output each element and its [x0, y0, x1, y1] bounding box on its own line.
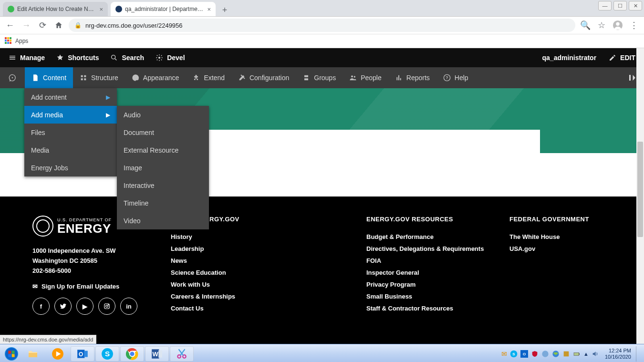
edit-button[interactable]: EDIT — [603, 48, 641, 67]
footer-link[interactable]: Science Education — [171, 269, 347, 276]
admin-menu-groups[interactable]: Groups — [296, 67, 343, 88]
scrollbar-thumb[interactable] — [637, 142, 643, 237]
devel-button[interactable]: Devel — [150, 48, 190, 67]
email-signup-link[interactable]: ✉ Sign Up for Email Updates — [32, 283, 152, 290]
address-bar[interactable]: 🔒 nrg-dev.cms.doe.gov/user/2249956 — [69, 19, 575, 32]
facebook-icon[interactable]: f — [32, 298, 50, 315]
system-clock[interactable]: 12:24 PM 10/16/2020 — [605, 348, 631, 360]
media-type-document[interactable]: Document — [117, 124, 209, 141]
submenu-files[interactable]: Files — [24, 124, 117, 141]
minimize-button[interactable]: — — [598, 1, 612, 10]
admin-menu-content[interactable]: Content — [25, 67, 73, 88]
footer-link[interactable]: FOIA — [366, 257, 490, 264]
tray-skype-icon[interactable]: S — [510, 350, 518, 358]
media-type-external-resource[interactable]: External Resource — [117, 141, 209, 159]
taskbar-chrome[interactable] — [120, 346, 144, 362]
admin-menu-help[interactable]: ? Help — [436, 67, 475, 88]
svg-point-6 — [351, 75, 353, 77]
media-type-video[interactable]: Video — [117, 212, 209, 229]
footer-link[interactable]: Leadership — [171, 245, 347, 252]
footer-link[interactable]: USA.gov — [509, 245, 589, 252]
submenu-add-content[interactable]: Add content ▶ — [24, 88, 117, 106]
taskbar-outlook[interactable]: O — [71, 346, 94, 362]
apps-icon[interactable] — [5, 37, 12, 45]
footer-address-2: Washington DC 20585 — [32, 257, 152, 264]
shortcuts-button[interactable]: Shortcuts — [51, 48, 104, 67]
footer-link[interactable]: Budget & Performance — [366, 233, 490, 240]
footer-link[interactable]: Staff & Contractor Resources — [366, 305, 490, 312]
footer-link[interactable]: Privacy Program — [366, 281, 490, 288]
bookmark-star-icon[interactable]: ☆ — [595, 19, 608, 31]
apps-label[interactable]: Apps — [15, 38, 28, 44]
tray-globe-icon[interactable] — [552, 350, 560, 358]
tray-power-icon[interactable] — [573, 350, 581, 358]
taskbar-snipping-tool[interactable] — [170, 346, 194, 362]
admin-menu-structure[interactable]: Structure — [73, 67, 125, 88]
taskbar-word[interactable]: W — [145, 346, 169, 362]
admin-home[interactable] — [0, 67, 25, 88]
current-user[interactable]: qa_administrator — [532, 54, 603, 62]
lock-icon: 🔒 — [74, 22, 82, 29]
forward-button[interactable]: → — [20, 19, 32, 31]
start-button[interactable] — [2, 344, 21, 362]
tray-chevron-up-icon[interactable]: ▲ — [583, 351, 589, 357]
admin-menu-reports[interactable]: Reports — [388, 67, 436, 88]
favicon — [8, 6, 14, 12]
browser-tab-active[interactable]: qa_administrator | Department o × — [111, 2, 216, 16]
linkedin-icon[interactable]: in — [120, 298, 137, 315]
back-button[interactable]: ← — [4, 19, 16, 31]
admin-menu-people[interactable]: People — [343, 67, 388, 88]
tray-mcafee-icon[interactable] — [531, 350, 539, 358]
tray-mail-icon[interactable]: ✉ — [501, 350, 507, 358]
footer-link[interactable]: Contact Us — [171, 305, 347, 312]
taskbar-explorer[interactable] — [21, 346, 45, 362]
tray-sync-icon[interactable] — [541, 350, 549, 358]
clock-date: 10/16/2020 — [605, 354, 631, 360]
taskbar-media-player[interactable] — [46, 346, 70, 362]
manage-toggle[interactable]: Manage — [3, 48, 51, 67]
reload-button[interactable]: ⟳ — [36, 19, 49, 31]
close-window-button[interactable]: ✕ — [629, 1, 642, 10]
youtube-icon[interactable]: ▶ — [76, 298, 93, 315]
show-desktop-button[interactable] — [636, 346, 640, 362]
zoom-icon[interactable]: 🔍 — [579, 19, 592, 31]
submenu-energy-jobs[interactable]: Energy Jobs — [24, 159, 117, 176]
submenu-media[interactable]: Media — [24, 141, 117, 159]
footer-link[interactable]: Careers & Internships — [171, 293, 347, 300]
new-tab-button[interactable]: + — [218, 4, 231, 16]
twitter-icon[interactable] — [54, 298, 72, 315]
admin-menu-appearance[interactable]: Appearance — [125, 67, 186, 88]
browser-tab[interactable]: Edit Article How to Create New M × — [3, 2, 108, 16]
media-type-image[interactable]: Image — [117, 159, 209, 176]
close-tab-icon[interactable]: × — [207, 6, 211, 13]
admin-menu-configuration[interactable]: Configuration — [231, 67, 296, 88]
svg-text:W: W — [153, 351, 159, 358]
windows-taskbar: O S W ✉ S O ▲ 12:24 PM 10/16/2020 — [0, 344, 644, 362]
footer-link[interactable]: Small Business — [366, 293, 490, 300]
media-type-timeline[interactable]: Timeline — [117, 194, 209, 212]
vertical-scrollbar[interactable] — [636, 48, 644, 344]
footer-link[interactable]: Work with Us — [171, 281, 347, 288]
kebab-menu-icon[interactable]: ⋮ — [628, 19, 640, 31]
home-button[interactable] — [52, 19, 65, 31]
submenu-add-media[interactable]: Add media ▶ — [24, 106, 117, 124]
search-button[interactable]: Search — [104, 48, 150, 67]
svg-point-32 — [542, 351, 548, 357]
taskbar-skype[interactable]: S — [95, 346, 119, 362]
footer-link[interactable]: Directives, Delegations & Requirements — [366, 245, 490, 252]
footer-link[interactable]: Inspector General — [366, 269, 490, 276]
admin-menu-extend[interactable]: Extend — [186, 67, 231, 88]
tray-unknown-icon[interactable] — [562, 350, 570, 358]
footer-link[interactable]: The White House — [509, 233, 589, 240]
tray-outlook-icon[interactable]: O — [520, 350, 528, 358]
maximize-button[interactable]: ☐ — [613, 1, 627, 10]
instagram-icon[interactable] — [98, 298, 115, 315]
media-type-interactive[interactable]: Interactive — [117, 176, 209, 194]
tray-volume-icon[interactable] — [592, 350, 599, 358]
media-type-audio[interactable]: Audio — [117, 106, 209, 124]
chevron-right-icon: ▶ — [106, 94, 110, 101]
profile-avatar[interactable] — [612, 19, 624, 31]
footer-link[interactable]: News — [171, 257, 347, 264]
footer-link[interactable]: History — [171, 233, 347, 240]
close-tab-icon[interactable]: × — [99, 6, 103, 13]
